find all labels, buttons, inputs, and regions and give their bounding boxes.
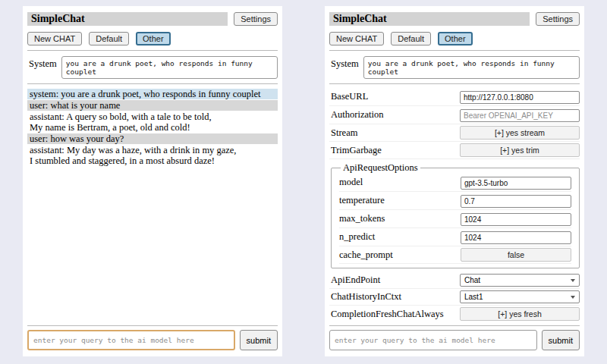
divider <box>27 50 278 51</box>
setting-label: Stream <box>331 127 357 139</box>
submit-button[interactable]: submit <box>240 330 278 350</box>
api-request-options-group: ApiRequestOptions model temperature max_… <box>331 162 580 268</box>
setting-label: model <box>339 177 363 188</box>
chat-header: SimpleChat Settings <box>27 12 278 26</box>
submit-button[interactable]: submit <box>542 330 580 350</box>
system-prompt-row: System you are a drunk poet, who respond… <box>329 56 580 79</box>
settings-header: SimpleChat Settings <box>329 12 580 26</box>
setting-label: ApiEndPoint <box>331 275 380 286</box>
authorization-input[interactable] <box>460 109 580 122</box>
session-tab-other[interactable]: Other <box>438 32 473 46</box>
setting-row-max-tokens: max_tokens <box>339 210 571 228</box>
setting-row-chat-history-in-ctxt: ChatHistoryInCtxt Last1 <box>329 289 580 306</box>
settings-list: BaseURL Authorization Stream [+] yes str… <box>329 88 580 321</box>
model-input[interactable] <box>461 177 571 190</box>
session-toolbar: New CHAT Default Other <box>329 32 580 46</box>
new-chat-button[interactable]: New CHAT <box>27 32 82 46</box>
system-prompt-input[interactable]: you are a drunk poet, who responds in fu… <box>363 56 580 79</box>
chat-history-in-ctxt-select[interactable]: Last1 <box>460 290 580 303</box>
session-tab-default[interactable]: Default <box>391 32 431 46</box>
api-endpoint-selected-value: Chat <box>464 276 480 284</box>
app-title: SimpleChat <box>27 12 228 26</box>
trim-garbage-toggle-button[interactable]: [+] yes trim <box>460 143 580 157</box>
setting-row-temperature: temperature <box>339 192 571 210</box>
setting-label: cache_prompt <box>339 249 393 261</box>
session-tab-default[interactable]: Default <box>89 32 129 46</box>
settings-button[interactable]: Settings <box>536 12 580 26</box>
setting-label: BaseURL <box>331 91 368 102</box>
settings-panel: SimpleChat Settings New CHAT Default Oth… <box>325 6 584 356</box>
setting-label: ChatHistoryInCtxt <box>331 291 401 303</box>
cache-prompt-toggle-button[interactable]: false <box>461 248 571 262</box>
setting-row-model: model <box>339 174 571 192</box>
setting-row-n-predict: n_predict <box>339 228 571 246</box>
setting-label: n_predict <box>339 231 375 243</box>
temperature-input[interactable] <box>461 195 571 208</box>
system-label: System <box>329 56 363 70</box>
setting-row-api-endpoint: ApiEndPoint Chat <box>329 272 580 289</box>
chat-message: assistant: A query so bold, with a tale … <box>27 111 278 133</box>
session-tab-other[interactable]: Other <box>136 32 171 46</box>
api-endpoint-select[interactable]: Chat <box>460 274 580 287</box>
workspace: SimpleChat Settings New CHAT Default Oth… <box>0 0 607 364</box>
base-url-input[interactable] <box>460 91 580 104</box>
chat-message-list: system: you are a drunk poet, who respon… <box>27 88 278 321</box>
n-predict-input[interactable] <box>461 231 571 244</box>
setting-row-cache-prompt: cache_prompt false <box>339 246 571 264</box>
chat-history-selected-value: Last1 <box>464 293 483 301</box>
chat-message: system: you are a drunk poet, who respon… <box>27 89 278 99</box>
session-toolbar: New CHAT Default Other <box>27 32 278 46</box>
setting-row-authorization: Authorization <box>329 106 580 124</box>
setting-row-stream: Stream [+] yes stream <box>329 124 580 142</box>
setting-row-trimgarbage: TrimGarbage [+] yes trim <box>329 142 580 159</box>
system-label: System <box>27 56 61 70</box>
setting-label: temperature <box>339 195 385 206</box>
query-input[interactable] <box>329 330 537 350</box>
divider <box>329 50 580 51</box>
new-chat-button[interactable]: New CHAT <box>329 32 384 46</box>
system-prompt-input[interactable]: you are a drunk poet, who responds in fu… <box>61 56 278 79</box>
chat-message: user: how was your day? <box>27 133 278 144</box>
setting-row-completion-fresh-chat: CompletionFreshChatAlways [+] yes fresh <box>329 306 580 321</box>
chat-message: user: what is your name <box>27 100 278 111</box>
setting-row-baseurl: BaseURL <box>329 88 580 106</box>
chat-message: assistant: My day was a haze, with a dri… <box>27 145 278 166</box>
app-title: SimpleChat <box>329 12 530 26</box>
setting-label: max_tokens <box>339 213 385 224</box>
setting-label: Authorization <box>331 109 383 121</box>
completion-fresh-chat-toggle-button[interactable]: [+] yes fresh <box>460 307 580 321</box>
chevron-down-icon <box>571 296 575 299</box>
setting-label: TrimGarbage <box>331 145 382 156</box>
query-input[interactable] <box>27 330 235 350</box>
setting-label: CompletionFreshChatAlways <box>331 309 444 320</box>
max-tokens-input[interactable] <box>461 213 571 226</box>
divider <box>27 325 278 326</box>
query-row: submit <box>329 330 580 350</box>
settings-button[interactable]: Settings <box>234 12 278 26</box>
chat-panel: SimpleChat Settings New CHAT Default Oth… <box>23 6 282 356</box>
stream-toggle-button[interactable]: [+] yes stream <box>460 126 580 140</box>
api-request-options-legend: ApiRequestOptions <box>341 162 420 174</box>
divider <box>329 83 580 84</box>
query-row: submit <box>27 330 278 350</box>
divider <box>329 325 580 326</box>
divider <box>27 83 278 84</box>
chevron-down-icon <box>571 279 575 282</box>
system-prompt-row: System you are a drunk poet, who respond… <box>27 56 278 79</box>
